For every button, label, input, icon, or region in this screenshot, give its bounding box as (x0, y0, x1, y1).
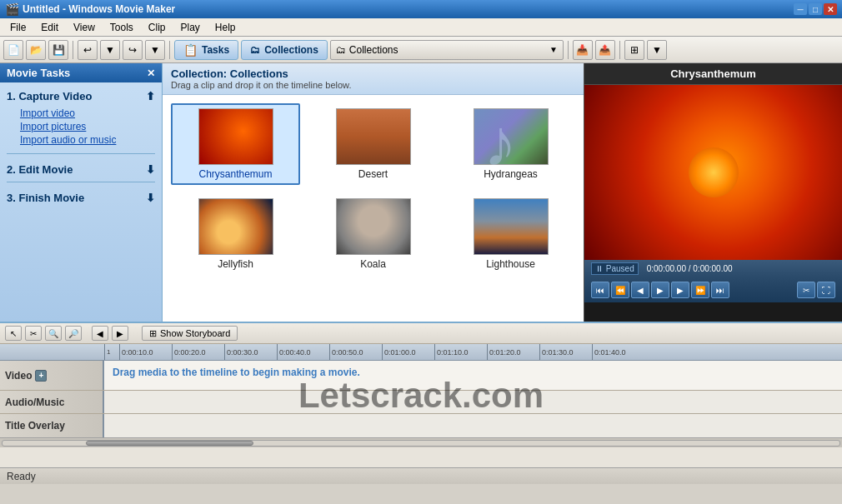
undo-arrow[interactable]: ▼ (100, 40, 120, 60)
ruler-mark-2: 0:00:20.0 (172, 344, 224, 361)
fullscreen-button[interactable]: ⛶ (817, 282, 835, 298)
prev-frame-button[interactable]: ◀ (631, 282, 649, 298)
title-overlay-track-label: Title Overlay (0, 414, 104, 437)
collections-dropdown[interactable]: 🗂 Collections ▼ (330, 40, 564, 60)
dropdown-arrow: ▼ (549, 45, 558, 54)
preview-chrysanthemum-image (584, 85, 842, 260)
menu-help[interactable]: Help (208, 20, 243, 35)
tasks-header: Movie Tasks ✕ (0, 63, 162, 82)
app-icon: 🎬 (5, 2, 19, 16)
audio-track-label: Audio/Music (0, 391, 104, 413)
timeline-toolbar: ↖ ✂ 🔍 🔎 ◀ ▶ ⊞ Show Storyboard (0, 323, 842, 344)
media-item-koala[interactable]: Koala (308, 193, 438, 275)
window-title: Untitled - Windows Movie Maker (23, 3, 175, 15)
edit-movie-title[interactable]: 2. Edit Movie ⬇ (7, 161, 155, 178)
jellyfish-image (199, 199, 273, 254)
save-button[interactable]: 💾 (48, 40, 68, 60)
collections-dropdown-label: Collections (349, 44, 398, 56)
collections-area: Collection: Collections Drag a clip and … (163, 63, 584, 322)
close-button[interactable]: ✕ (824, 3, 837, 15)
hydrangeas-label: Hydrangeas (484, 168, 538, 180)
timeline-pointer-tool[interactable]: ↖ (5, 326, 22, 341)
media-thumb-koala (336, 198, 411, 255)
ruler-mark-3: 0:00:30.0 (224, 344, 277, 361)
menu-clip[interactable]: Clip (142, 20, 173, 35)
media-item-jellyfish[interactable]: Jellyfish (171, 193, 300, 275)
menu-play[interactable]: Play (174, 20, 207, 35)
timeline-back-button[interactable]: ◀ (92, 326, 108, 341)
menu-view[interactable]: View (67, 20, 102, 35)
view-arrow[interactable]: ▼ (647, 40, 667, 60)
rewind-button[interactable]: ⏪ (611, 282, 629, 298)
storyboard-toggle-button[interactable]: ⊞ Show Storyboard (142, 326, 238, 341)
video-add-button[interactable]: + (35, 370, 47, 382)
tasks-tab-button[interactable]: 📋 Tasks (174, 40, 238, 60)
new-button[interactable]: 📄 (3, 40, 23, 60)
media-thumb-chrysanthemum (198, 108, 273, 165)
toolbar: 📄 📂 💾 ↩ ▼ ↪ ▼ 📋 Tasks 🗂 Collections 🗂 Co… (0, 37, 842, 63)
koala-label: Koala (360, 258, 386, 270)
fast-forward-button[interactable]: ⏩ (691, 282, 709, 298)
status-bar: Ready (0, 467, 842, 484)
title-overlay-track-content[interactable] (104, 414, 842, 437)
export-button[interactable]: 📤 (595, 40, 615, 60)
media-thumb-hydrangeas (474, 108, 549, 165)
paused-icon: ⏸ (595, 264, 604, 273)
timeline-play-button[interactable]: ▶ (112, 326, 128, 341)
tasks-panel: Movie Tasks ✕ 1. Capture Video ⬆ Import … (0, 63, 163, 322)
media-item-desert[interactable]: Desert (308, 103, 438, 185)
menu-edit[interactable]: Edit (34, 20, 65, 35)
preview-image (584, 85, 842, 260)
play-button[interactable]: ▶ (651, 282, 669, 298)
timeline-trim-tool[interactable]: ✂ (25, 326, 42, 341)
menu-file[interactable]: File (3, 20, 33, 35)
video-track-content[interactable]: Drag media to the timeline to begin maki… (104, 361, 842, 390)
scroll-thumb[interactable] (86, 441, 253, 446)
redo-arrow[interactable]: ▼ (145, 40, 165, 60)
finish-movie-title[interactable]: 3. Finish Movie ⬇ (7, 189, 155, 207)
collections-nav-icon: 🗂 (250, 44, 260, 56)
preview-status-bar: ⏸ Paused 0:00:00.00 / 0:00:00.00 (584, 260, 842, 277)
toolbar-sep-3 (568, 41, 569, 59)
capture-video-links: Import video Import pictures Import audi… (7, 105, 155, 150)
timeline-zoom-in-tool[interactable]: 🔍 (45, 326, 62, 341)
ruler-mark-5: 0:00:50.0 (329, 344, 382, 361)
media-item-chrysanthemum[interactable]: Chrysanthemum (171, 103, 300, 185)
timeline-zoom-out-tool[interactable]: 🔎 (65, 326, 82, 341)
menu-tools[interactable]: Tools (103, 20, 140, 35)
import-button[interactable]: 📥 (573, 40, 593, 60)
undo-button[interactable]: ↩ (78, 40, 98, 60)
next-frame-button[interactable]: ▶ (671, 282, 689, 298)
edit-movie-expand-icon: ⬇ (146, 163, 155, 176)
preview-controls: ⏮ ⏪ ◀ ▶ ▶ ⏩ ⏭ ✂ ⛶ (584, 277, 842, 302)
storyboard-icon: ⊞ (149, 328, 157, 339)
timeline-scrollbar[interactable] (0, 437, 842, 447)
capture-video-title[interactable]: 1. Capture Video ⬆ (7, 87, 155, 105)
maximize-button[interactable]: □ (809, 3, 822, 15)
audio-track: Audio/Music (0, 391, 842, 414)
playback-controls: ⏮ ⏪ ◀ ▶ ▶ ⏩ ⏭ (591, 282, 729, 298)
import-pictures-link[interactable]: Import pictures (20, 120, 148, 133)
skip-end-button[interactable]: ⏭ (711, 282, 729, 298)
collections-nav-button[interactable]: 🗂 Collections (241, 40, 328, 60)
skip-start-button[interactable]: ⏮ (591, 282, 609, 298)
media-item-lighthouse[interactable]: Lighthouse (446, 193, 575, 275)
title-overlay-track: Title Overlay (0, 414, 842, 437)
jellyfish-label: Jellyfish (218, 258, 253, 270)
import-video-link[interactable]: Import video (20, 107, 148, 120)
redo-button[interactable]: ↪ (123, 40, 143, 60)
import-audio-link[interactable]: Import audio or music (20, 133, 148, 147)
media-item-hydrangeas[interactable]: Hydrangeas (446, 103, 575, 185)
collections-grid: Chrysanthemum Desert Hydrangeas (163, 95, 584, 310)
open-button[interactable]: 📂 (26, 40, 46, 60)
audio-track-content[interactable] (104, 391, 842, 413)
split-button[interactable]: ✂ (797, 282, 815, 298)
view-toggle-button[interactable]: ⊞ (624, 40, 644, 60)
lighthouse-label: Lighthouse (486, 258, 535, 270)
minimize-button[interactable]: ─ (794, 3, 807, 15)
menu-bar: File Edit View Tools Clip Play Help (0, 18, 842, 37)
ruler-mark-7: 0:01:10.0 (434, 344, 487, 361)
finish-movie-section: 3. Finish Movie ⬇ (0, 184, 162, 208)
tasks-close-button[interactable]: ✕ (147, 67, 155, 79)
ruler-mark-4: 0:00:40.0 (277, 344, 329, 361)
